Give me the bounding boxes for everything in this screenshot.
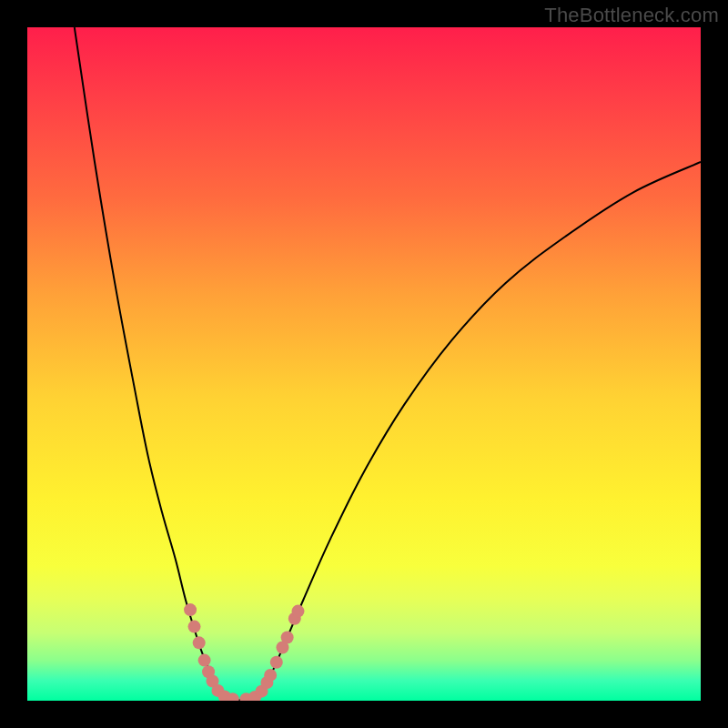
curve-marker [291,605,304,618]
curve-marker [264,669,277,682]
curve-marker [198,654,211,667]
chart-frame [27,27,701,701]
curve-marker [188,621,201,633]
watermark-text: TheBottleneck.com [544,4,719,27]
curve-marker [193,636,206,649]
curve-marker [184,603,197,616]
v-curve [75,27,701,700]
bottleneck-curve-chart [27,27,701,701]
curve-marker [270,656,283,669]
curve-marker [281,631,294,643]
